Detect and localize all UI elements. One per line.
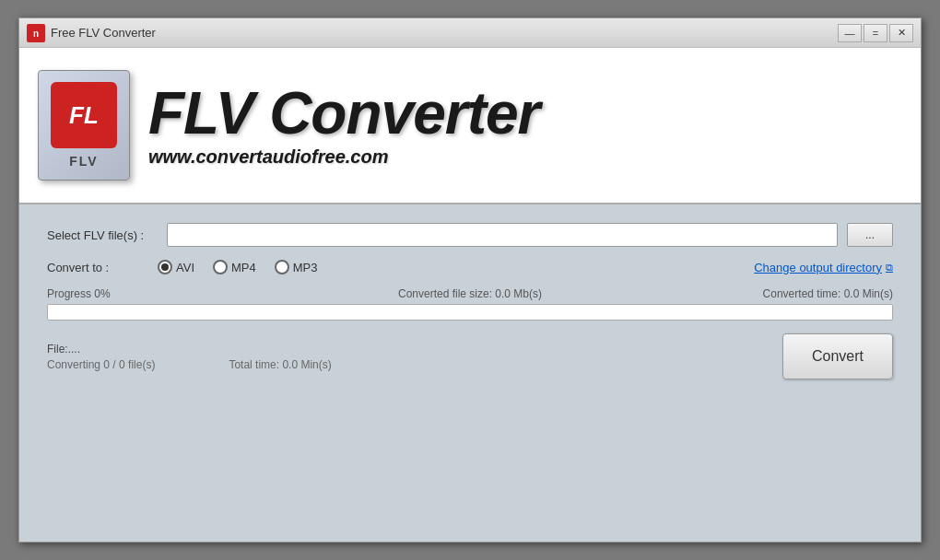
change-output-dir-link[interactable]: Change output directory ⧉ <box>754 261 893 274</box>
mp3-radio[interactable] <box>275 260 289 274</box>
browse-button[interactable]: ... <box>847 223 893 247</box>
convert-button[interactable]: Convert <box>782 333 893 379</box>
flv-icon-label: FLV <box>69 154 98 169</box>
flv-icon-letters: FL <box>51 82 117 148</box>
total-time-label: Total time: 0.0 Min(s) <box>229 358 331 371</box>
change-dir-text: Change output directory <box>754 261 882 274</box>
banner-title: FLV Converter <box>148 84 539 143</box>
convert-to-label: Convert to : <box>47 261 158 274</box>
format-mp3-option[interactable]: MP3 <box>275 260 318 274</box>
mp4-label: MP4 <box>231 261 256 274</box>
app-icon: n <box>27 24 45 42</box>
progress-label: Progress 0% <box>47 287 329 300</box>
title-bar-controls: — = ✕ <box>838 24 913 42</box>
mp4-radio[interactable] <box>213 260 228 274</box>
avi-label: AVI <box>176 261 194 274</box>
app-window: n Free FLV Converter — = ✕ FL FLV FLV Co… <box>18 18 922 542</box>
main-content: Select FLV file(s) : ... Convert to : AV… <box>19 204 921 542</box>
banner-url: www.convertaudiofree.com <box>148 146 388 168</box>
flv-file-icon: FL FLV <box>38 70 130 181</box>
title-bar-left: n Free FLV Converter <box>27 24 156 42</box>
avi-radio[interactable] <box>158 260 172 274</box>
convert-to-row: Convert to : AVI MP4 MP3 Change output d… <box>47 260 893 274</box>
select-flv-label: Select FLV file(s) : <box>47 228 158 242</box>
close-button[interactable]: ✕ <box>889 24 913 42</box>
format-mp4-option[interactable]: MP4 <box>213 260 256 274</box>
status-left-area: File:.... Converting 0 / 0 file(s) Total… <box>47 343 782 371</box>
format-avi-option[interactable]: AVI <box>158 260 194 274</box>
file-info-label: File:.... <box>47 343 782 356</box>
banner-text-area: FLV Converter www.convertaudiofree.com <box>148 84 539 168</box>
banner: FL FLV FLV Converter www.convertaudiofre… <box>19 48 921 204</box>
window-title: Free FLV Converter <box>51 26 156 40</box>
converted-time-label: Converted time: 0.0 Min(s) <box>611 287 893 300</box>
file-size-label: Converted file size: 0.0 Mb(s) <box>329 287 611 300</box>
mp3-label: MP3 <box>293 261 318 274</box>
status-bottom-row: File:.... Converting 0 / 0 file(s) Total… <box>47 333 893 379</box>
title-bar: n Free FLV Converter — = ✕ <box>19 18 921 48</box>
progress-row: Progress 0% Converted file size: 0.0 Mb(… <box>47 287 893 321</box>
svg-text:n: n <box>33 29 39 39</box>
maximize-button[interactable]: = <box>864 24 887 42</box>
progress-bar <box>47 304 893 321</box>
progress-stats: Progress 0% Converted file size: 0.0 Mb(… <box>47 287 893 300</box>
file-select-row: Select FLV file(s) : ... <box>47 223 893 247</box>
external-link-icon: ⧉ <box>886 262 893 274</box>
converting-label: Converting 0 / 0 file(s) <box>47 358 155 371</box>
minimize-button[interactable]: — <box>838 24 862 42</box>
file-input[interactable] <box>167 223 838 247</box>
format-radio-group: AVI MP4 MP3 <box>158 260 317 274</box>
